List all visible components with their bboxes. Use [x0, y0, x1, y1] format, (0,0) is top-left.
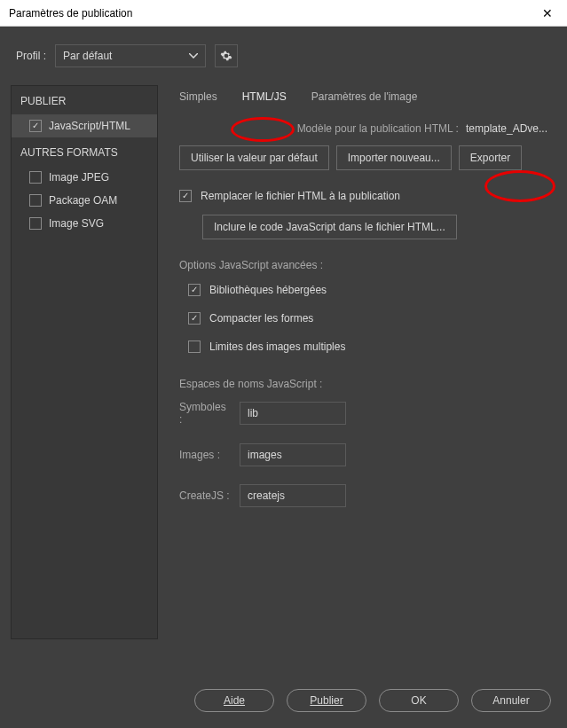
template-buttons: Utiliser la valeur par défaut Importer n… [170, 145, 556, 170]
tab-htmljs[interactable]: HTML/JS [242, 90, 287, 106]
template-label: Modèle pour la publication HTML : [179, 122, 459, 135]
profile-row: Profil : Par défaut [0, 27, 567, 85]
chevron-down-icon [189, 53, 198, 59]
help-button[interactable]: Aide [194, 689, 274, 712]
profile-settings-button[interactable] [215, 44, 238, 67]
tab-image-settings[interactable]: Paramètres de l'image [311, 90, 418, 106]
sidebar-item-javascript-html[interactable]: JavaScript/HTML [12, 114, 157, 137]
symbols-input[interactable] [240, 402, 346, 425]
sidebar: PUBLIER JavaScript/HTML AUTRES FORMATS I… [11, 85, 158, 639]
sidebar-header-publish: PUBLIER [12, 86, 157, 114]
namespaces-label: Espaces de noms JavaScript : [170, 372, 556, 395]
tabs: Simples HTML/JS Paramètres de l'image [170, 90, 556, 106]
createjs-input[interactable] [240, 484, 346, 507]
sidebar-item-package-oam[interactable]: Package OAM [12, 189, 157, 212]
createjs-label: CreateJS : [179, 489, 231, 502]
opt-multi-image-bounds: Limites des images multiples [179, 337, 547, 356]
advanced-options-label: Options JavaScript avancées : [170, 254, 556, 277]
opt-label: Limites des images multiples [209, 341, 345, 353]
right-panel: Simples HTML/JS Paramètres de l'image Mo… [170, 85, 556, 639]
field-images: Images : [170, 438, 556, 472]
checkbox-icon[interactable] [29, 194, 42, 207]
use-default-button[interactable]: Utiliser la valeur par défaut [179, 145, 329, 170]
sidebar-item-label: Package OAM [49, 194, 117, 207]
sidebar-item-label: Image SVG [49, 217, 104, 230]
opt-label: Bibliothèques hébergées [209, 284, 327, 296]
opt-compact-shapes: Compacter les formes [179, 309, 547, 328]
checkbox-replace-html[interactable] [179, 190, 192, 202]
sidebar-item-label: Image JPEG [49, 171, 109, 184]
import-new-button[interactable]: Importer nouveau... [336, 145, 452, 170]
checkbox-hosted-libs[interactable] [188, 284, 201, 296]
replace-html-row: Remplacer le fichier HTML à la publicati… [170, 186, 556, 206]
template-row: Modèle pour la publication HTML : templa… [170, 122, 556, 135]
sidebar-item-label: JavaScript/HTML [49, 120, 130, 132]
field-createjs: CreateJS : [170, 479, 556, 513]
profile-selected: Par défaut [63, 50, 112, 62]
checkbox-icon[interactable] [29, 217, 42, 230]
opt-hosted-libs: Bibliothèques hébergées [179, 280, 547, 300]
checkbox-icon[interactable] [29, 171, 42, 184]
close-icon[interactable]: ✕ [537, 6, 558, 20]
export-button[interactable]: Exporter [459, 145, 522, 170]
advanced-options: Bibliothèques hébergées Compacter les fo… [170, 277, 556, 369]
title-bar: Paramètres de publication ✕ [0, 0, 567, 27]
profile-select[interactable]: Par défaut [55, 44, 206, 67]
sidebar-item-image-jpeg[interactable]: Image JPEG [12, 166, 157, 189]
window-title: Paramètres de publication [9, 7, 132, 20]
gear-icon [220, 50, 232, 62]
symbols-label: Symboles : [179, 401, 231, 426]
checkbox-multi-image-bounds[interactable] [188, 341, 201, 353]
field-symbols: Symboles : [170, 395, 556, 431]
include-js-button[interactable]: Inclure le code JavaScript dans le fichi… [202, 215, 457, 239]
checkbox-icon[interactable] [29, 120, 42, 132]
profile-label: Profil : [16, 50, 46, 62]
sidebar-item-image-svg[interactable]: Image SVG [12, 212, 157, 235]
images-label: Images : [179, 449, 231, 461]
dialog-footer: Aide Publier OK Annuler [194, 689, 551, 712]
replace-html-label: Remplacer le fichier HTML à la publicati… [201, 190, 400, 202]
cancel-button[interactable]: Annuler [471, 689, 551, 712]
checkbox-compact-shapes[interactable] [188, 312, 201, 325]
images-input[interactable] [240, 443, 346, 466]
template-value: template_ADve... [466, 122, 547, 135]
tab-simples[interactable]: Simples [179, 90, 217, 106]
opt-label: Compacter les formes [209, 312, 313, 325]
publish-button[interactable]: Publier [287, 689, 366, 712]
ok-button[interactable]: OK [379, 689, 459, 712]
sidebar-header-other: AUTRES FORMATS [12, 137, 157, 166]
